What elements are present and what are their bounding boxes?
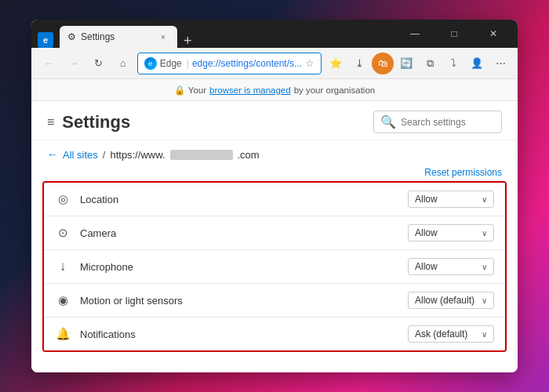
permission-row-motion-sensors: ◉ Motion or light sensors Allow (default… [44,284,505,318]
refresh-button[interactable]: ↻ [87,53,109,74]
permission-row-camera: ⊙ Camera Allow ∨ [44,216,505,250]
new-tab-button[interactable]: + [177,34,198,48]
camera-icon: ⊙ [55,226,71,240]
window-controls: — □ ✕ [397,20,511,48]
breadcrumb: ← All sites / https://www. .com [31,140,518,165]
close-button[interactable]: ✕ [475,20,511,48]
camera-value: Allow [415,227,438,238]
breadcrumb-back-arrow[interactable]: ← [47,148,58,161]
tab-preview-icon[interactable]: ⧉ [419,53,441,74]
notifications-icon: 🔔 [55,327,71,341]
all-sites-link[interactable]: All sites [63,149,98,161]
settings-title-wrap: ≡ Settings [47,112,130,132]
microphone-label: Microphone [80,261,398,273]
motion-sensors-chevron: ∨ [482,296,487,305]
notifications-value: Ask (default) [415,328,467,339]
location-select[interactable]: Allow ∨ [408,191,494,208]
profile-icon[interactable]: 👤 [466,53,488,74]
lock-icon: 🔒 [174,85,185,96]
managed-link[interactable]: browser is managed [209,85,291,95]
microphone-icon: ↓ [55,259,71,274]
permission-row-notifications: 🔔 Notifications Ask (default) ∨ [44,318,505,350]
managed-text1: Your [188,85,206,95]
address-bar-wrap: e Edge | edge://settings/content/s... ☆ [137,53,322,74]
tab-close-button[interactable]: × [157,31,169,43]
microphone-value: Allow [415,261,438,272]
nav-bar: ← → ↻ ⌂ e Edge | edge://settings/content… [31,48,518,79]
back-button[interactable]: ← [38,53,60,74]
forward-button[interactable]: → [63,53,85,74]
notifications-chevron: ∨ [482,330,487,339]
motion-sensors-label: Motion or light sensors [80,295,398,307]
favorites-icon[interactable]: ⭐ [325,53,347,74]
breadcrumb-redacted-url [170,150,233,160]
edge-logo: e [38,32,53,48]
camera-label: Camera [80,227,398,239]
permission-row-microphone: ↓ Microphone Allow ∨ [44,250,505,284]
settings-content: ≡ Settings 🔍 ← All sites / https://www. … [31,101,518,372]
location-value: Allow [415,194,438,205]
tab-label: Settings [81,31,115,42]
motion-sensors-icon: ◉ [55,293,71,307]
search-settings-input[interactable] [401,117,495,128]
shopping-icon[interactable]: 🛍 [372,53,394,74]
permission-row-location: ◎ Location Allow ∨ [44,183,505,216]
tab-area: e ⚙ Settings × + [38,20,391,48]
managed-bar: 🔒 Your browser is managed by your organi… [31,79,518,101]
motion-sensors-value: Allow (default) [415,295,474,306]
browser-window: e ⚙ Settings × + — □ ✕ ← → ↻ ⌂ e Edge | [31,20,518,372]
title-bar: e ⚙ Settings × + — □ ✕ [31,20,518,48]
nav-icons-right: ⭐ ⤓ 🛍 🔄 ⧉ ⤵ 👤 ⋯ [325,53,511,74]
more-icon[interactable]: ⋯ [489,53,511,74]
hamburger-menu[interactable]: ≡ [47,115,54,129]
camera-chevron: ∨ [482,229,487,238]
tab-settings[interactable]: ⚙ Settings × [60,26,177,48]
bookmark-icon[interactable]: ☆ [305,57,314,69]
location-icon: ◎ [55,192,71,206]
settings-page-title: Settings [62,112,130,132]
motion-sensors-select[interactable]: Allow (default) ∨ [408,292,494,309]
address-separator: | [187,58,189,69]
managed-text2: by your organisation [294,85,376,95]
search-settings-wrap[interactable]: 🔍 [373,111,502,133]
edge-label: Edge [160,58,182,69]
maximize-button[interactable]: □ [436,20,472,48]
breadcrumb-separator: / [103,149,106,161]
microphone-chevron: ∨ [482,263,487,271]
permissions-list: ◎ Location Allow ∨ ⊙ Camera Allow ∨ ↓ Mi [42,181,507,352]
location-chevron: ∨ [482,195,487,204]
notifications-label: Notifications [80,328,398,340]
minimize-button[interactable]: — [397,20,433,48]
reset-permissions-link[interactable]: Reset permissions [424,167,502,178]
browser-favicon: e [144,57,157,70]
microphone-select[interactable]: Allow ∨ [408,258,494,275]
address-bar[interactable]: e Edge | edge://settings/content/s... ☆ [137,53,322,74]
breadcrumb-url-prefix: https://www. [110,149,165,161]
home-button[interactable]: ⌂ [112,53,134,74]
refresh-icon[interactable]: 🔄 [395,53,417,74]
settings-header: ≡ Settings 🔍 [31,101,518,140]
download-icon[interactable]: ⤵ [442,53,464,74]
breadcrumb-url-suffix: .com [238,149,260,161]
address-url: edge://settings/content/s... [192,58,302,69]
collections-icon[interactable]: ⤓ [348,53,370,74]
notifications-select[interactable]: Ask (default) ∨ [408,325,494,343]
search-settings-icon: 🔍 [380,114,396,129]
reset-row: Reset permissions [31,165,518,181]
camera-select[interactable]: Allow ∨ [408,224,494,241]
location-label: Location [80,194,398,205]
